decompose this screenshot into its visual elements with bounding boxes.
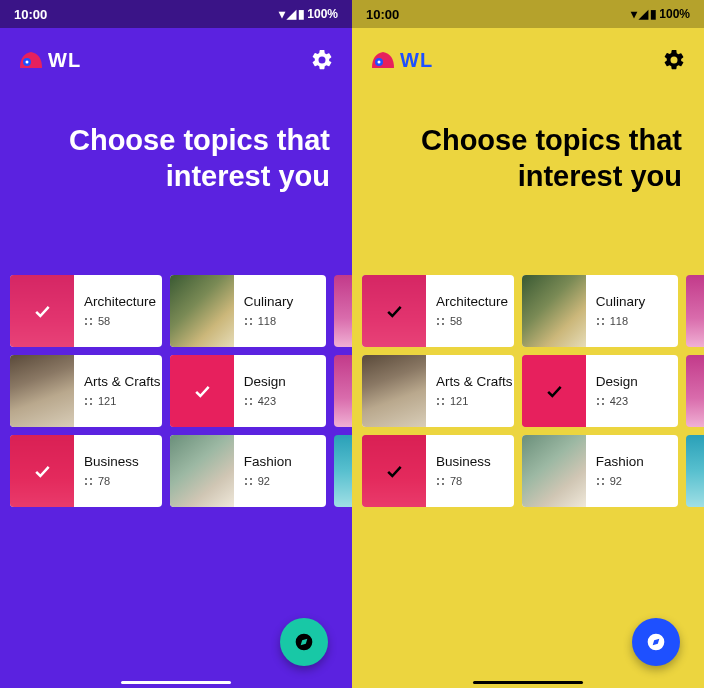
topic-body: Design 423 <box>234 355 327 427</box>
topic-count: 118 <box>244 315 317 327</box>
topic-row: Architecture 58 Culinary 118 <box>362 275 704 347</box>
topic-count: 78 <box>84 475 152 487</box>
topic-row: Arts & Crafts 121 Design 423 <box>10 355 352 427</box>
topic-title: Business <box>436 454 504 469</box>
topic-thumb <box>10 355 74 427</box>
check-icon <box>362 275 426 347</box>
topic-count: 121 <box>436 395 504 407</box>
heading-line-1: Choose topics that <box>69 124 330 156</box>
topic-title: Arts & Crafts <box>436 374 504 389</box>
topic-card-partial[interactable] <box>686 435 704 507</box>
gear-icon <box>662 48 686 72</box>
check-icon <box>10 435 74 507</box>
explore-fab[interactable] <box>632 618 680 666</box>
status-time: 10:00 <box>366 7 399 22</box>
status-icons: ▾ ◢ ▮ 100% <box>279 7 338 21</box>
app-logo-text: WL <box>400 49 433 72</box>
owl-icon <box>18 50 44 70</box>
app-bar: WL <box>0 28 352 92</box>
topic-thumb <box>362 355 426 427</box>
topic-card-arts-crafts[interactable]: Arts & Crafts 121 <box>10 355 162 427</box>
topic-count: 58 <box>436 315 504 327</box>
topic-thumb <box>10 275 74 347</box>
topic-card-partial[interactable] <box>686 355 704 427</box>
topic-card-architecture[interactable]: Architecture 58 <box>10 275 162 347</box>
settings-button[interactable] <box>662 48 686 72</box>
topic-card-arts-crafts[interactable]: Arts & Crafts 121 <box>362 355 514 427</box>
topic-title: Design <box>244 374 317 389</box>
topic-count: 121 <box>84 395 152 407</box>
topic-body: Architecture 58 <box>426 275 514 347</box>
heading-line-1: Choose topics that <box>421 124 682 156</box>
topic-card-fashion[interactable]: Fashion 92 <box>170 435 327 507</box>
topic-card-culinary[interactable]: Culinary 118 <box>522 275 679 347</box>
topic-row: Architecture 58 Culinary 118 <box>10 275 352 347</box>
battery-text: 100% <box>659 7 690 21</box>
owl-icon <box>370 50 396 70</box>
topic-card-partial[interactable] <box>334 355 352 427</box>
topic-thumb <box>522 275 586 347</box>
topic-card-business[interactable]: Business 78 <box>10 435 162 507</box>
topic-grid: Architecture 58 Culinary 118 Arts & Craf… <box>352 275 704 507</box>
screen-yellow: 10:00 ▾ ◢ ▮ 100% WL Choose topics that i… <box>352 0 704 688</box>
topic-thumb <box>362 275 426 347</box>
signal-icon: ◢ <box>639 7 648 21</box>
compass-icon <box>646 632 666 652</box>
topic-card-fashion[interactable]: Fashion 92 <box>522 435 679 507</box>
app-logo: WL <box>18 49 81 72</box>
signal-icon: ◢ <box>287 7 296 21</box>
topic-body: Arts & Crafts 121 <box>426 355 514 427</box>
topic-card-design[interactable]: Design 423 <box>170 355 327 427</box>
topic-card-partial[interactable] <box>334 275 352 347</box>
topic-title: Culinary <box>596 294 669 309</box>
topic-body: Culinary 118 <box>586 275 679 347</box>
battery-icon: ▮ <box>298 7 305 21</box>
topic-thumb <box>170 355 234 427</box>
topic-card-design[interactable]: Design 423 <box>522 355 679 427</box>
topic-card-partial[interactable] <box>686 275 704 347</box>
topic-body: Business 78 <box>74 435 162 507</box>
topic-count: 78 <box>436 475 504 487</box>
nav-handle[interactable] <box>121 681 231 684</box>
app-logo-text: WL <box>48 49 81 72</box>
check-icon <box>10 275 74 347</box>
topic-title: Arts & Crafts <box>84 374 152 389</box>
svg-point-1 <box>26 61 29 64</box>
topic-body: Fashion 92 <box>586 435 679 507</box>
screen-purple: 10:00 ▾ ◢ ▮ 100% WL Choose topics that i… <box>0 0 352 688</box>
check-icon <box>522 355 586 427</box>
compass-icon <box>294 632 314 652</box>
settings-button[interactable] <box>310 48 334 72</box>
explore-fab[interactable] <box>280 618 328 666</box>
topic-title: Fashion <box>596 454 669 469</box>
battery-text: 100% <box>307 7 338 21</box>
topic-body: Arts & Crafts 121 <box>74 355 162 427</box>
topic-card-partial[interactable] <box>334 435 352 507</box>
status-bar: 10:00 ▾ ◢ ▮ 100% <box>352 0 704 28</box>
topic-count: 92 <box>244 475 317 487</box>
topic-title: Architecture <box>436 294 504 309</box>
topic-body: Architecture 58 <box>74 275 162 347</box>
topic-thumb <box>522 355 586 427</box>
topic-row: Business 78 Fashion 92 <box>362 435 704 507</box>
topic-card-culinary[interactable]: Culinary 118 <box>170 275 327 347</box>
topic-thumb <box>170 435 234 507</box>
status-bar: 10:00 ▾ ◢ ▮ 100% <box>0 0 352 28</box>
topic-card-architecture[interactable]: Architecture 58 <box>362 275 514 347</box>
topic-card-business[interactable]: Business 78 <box>362 435 514 507</box>
topic-body: Design 423 <box>586 355 679 427</box>
svg-point-3 <box>378 61 381 64</box>
topic-thumb <box>10 435 74 507</box>
status-icons: ▾ ◢ ▮ 100% <box>631 7 690 21</box>
battery-icon: ▮ <box>650 7 657 21</box>
nav-handle[interactable] <box>473 681 583 684</box>
wifi-icon: ▾ <box>279 7 285 21</box>
topic-count: 423 <box>596 395 669 407</box>
gear-icon <box>310 48 334 72</box>
app-bar: WL <box>352 28 704 92</box>
topic-body: Fashion 92 <box>234 435 327 507</box>
topic-thumb <box>522 435 586 507</box>
heading-line-2: interest you <box>166 160 330 192</box>
topic-thumb <box>170 275 234 347</box>
wifi-icon: ▾ <box>631 7 637 21</box>
